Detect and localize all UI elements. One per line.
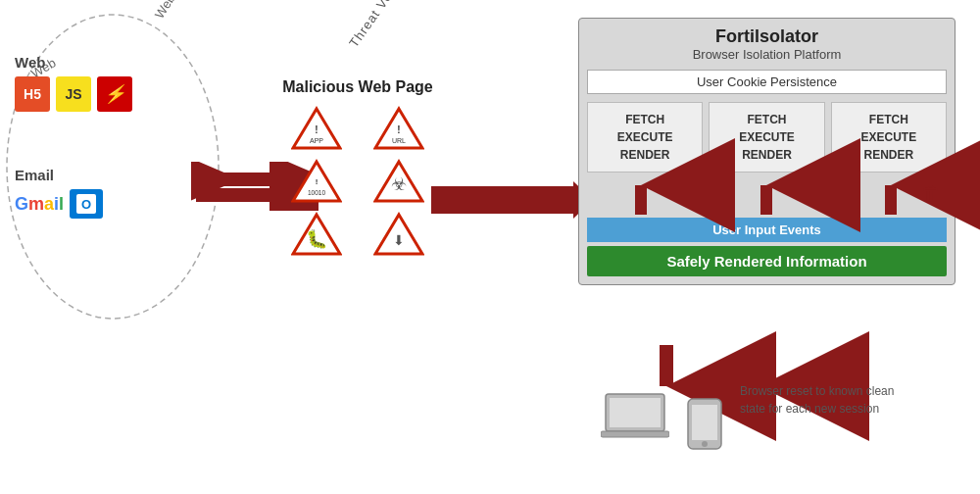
fetch-box-1: FETCH EXECUTE RENDER xyxy=(587,102,703,173)
threat-vector-label: Threat Vector xyxy=(346,0,410,50)
right-arrow xyxy=(431,181,593,221)
cookie-persistence-bar: User Cookie Persistence xyxy=(587,70,947,94)
malicious-title: Malicious Web Page xyxy=(279,78,436,96)
svg-text:URL: URL xyxy=(392,137,406,144)
svg-text:Web: Web xyxy=(152,0,178,22)
url-threat-icon: ! URL xyxy=(373,106,424,151)
user-input-bar: User Input Events xyxy=(587,218,947,242)
up-arrows-svg xyxy=(587,180,947,216)
js-icon: JS xyxy=(56,76,91,112)
svg-rect-31 xyxy=(692,405,717,440)
svg-text:!: ! xyxy=(315,124,318,135)
fetch-boxes-row: FETCH EXECUTE RENDER FETCH EXECUTE RENDE… xyxy=(587,102,947,173)
gmail-icon: Gmail xyxy=(15,189,64,219)
up-arrows-area: 🗑 xyxy=(587,180,947,216)
biohazard-threat-icon: ☣ xyxy=(373,159,424,204)
email-label: Email xyxy=(15,167,103,183)
bug-threat-icon: 🐛 xyxy=(291,212,342,257)
outlook-icon: O xyxy=(70,189,103,219)
web-section: Web H5 JS ⚡ xyxy=(15,54,132,112)
laptop-icon xyxy=(601,392,669,450)
app-threat-icon: ! APP xyxy=(291,106,342,151)
svg-rect-28 xyxy=(610,398,661,427)
fortilsolator-title: Fortilsolator xyxy=(587,26,947,47)
fetch-box-2: FETCH EXECUTE RENDER xyxy=(709,102,824,173)
svg-text:APP: APP xyxy=(310,137,323,144)
fortilsolator-subtitle: Browser Isolation Platform xyxy=(587,47,947,62)
diagram: Threat Vector Web Web Web H5 JS ⚡ Email … xyxy=(0,0,980,494)
html5-icon: H5 xyxy=(15,76,50,112)
svg-text:🐛: 🐛 xyxy=(306,228,328,250)
svg-text:!: ! xyxy=(316,177,318,186)
malicious-section: Malicious Web Page ! APP ! URL xyxy=(279,78,436,257)
svg-text:10010: 10010 xyxy=(308,189,325,196)
delete-icon: 🗑 xyxy=(921,182,941,205)
web-label: Web xyxy=(15,54,132,71)
web-icons-row: H5 JS ⚡ xyxy=(15,76,132,112)
email-icons-row: Gmail O xyxy=(15,189,103,219)
binary-threat-icon: ! 10010 xyxy=(291,159,342,204)
fortilsolator-box: Fortilsolator Browser Isolation Platform… xyxy=(578,18,956,285)
threat-icons-grid: ! APP ! URL ! 10010 xyxy=(279,106,436,257)
svg-text:☣: ☣ xyxy=(391,174,407,194)
svg-text:!: ! xyxy=(397,124,400,135)
svg-point-32 xyxy=(702,441,708,447)
reset-note: Browser reset to known clean state for e… xyxy=(740,382,897,418)
fetch-box-3: FETCH EXECUTE RENDER xyxy=(831,102,947,173)
email-section: Email Gmail O xyxy=(15,167,103,219)
svg-text:⬇: ⬇ xyxy=(393,232,405,248)
flash-icon: ⚡ xyxy=(97,76,132,112)
exploit-threat-icon: ⬇ xyxy=(373,212,424,257)
svg-rect-20 xyxy=(431,186,583,214)
phone-icon xyxy=(686,397,723,455)
svg-rect-29 xyxy=(601,431,669,437)
safely-rendered-bar: Safely Rendered Information xyxy=(587,246,947,276)
